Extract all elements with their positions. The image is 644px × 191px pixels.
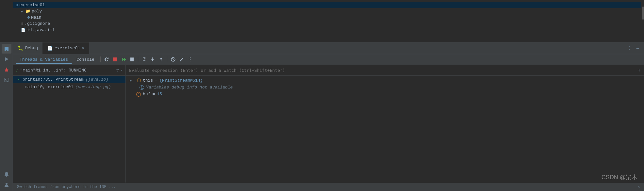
c-icon-main: ⊙ xyxy=(27,15,30,20)
variables-list: ▶ this = {PrintStream@514} i xyxy=(126,76,644,183)
arrow-poly: ▶ xyxy=(21,9,24,13)
var-item-info: i Variables debug info not available xyxy=(126,84,644,91)
thread-filter-icon[interactable]: ▽ xyxy=(116,68,119,73)
thread-header[interactable]: ✓ "main"@1 in...in": RUNNING ▽ ▾ xyxy=(13,65,125,76)
svg-rect-9 xyxy=(113,57,117,61)
var-val-buf: 15 xyxy=(157,92,162,97)
toolbar-tab-threads[interactable]: Threads & Variables xyxy=(16,56,72,64)
svg-marker-20 xyxy=(160,57,162,59)
svg-point-24 xyxy=(137,79,140,80)
add-watch-button[interactable]: + xyxy=(637,68,641,73)
svg-rect-13 xyxy=(132,57,134,61)
debug-tabbar: 🐛 Debug 📄 exercise01 × ⋮ — xyxy=(13,42,644,54)
bug-icon: 🐛 xyxy=(18,45,23,51)
debug-content: ✓ "main"@1 in...in": RUNNING ▽ ▾ ⊲ print… xyxy=(13,65,644,183)
svg-marker-18 xyxy=(151,59,154,61)
file-tree-scrollbar[interactable] xyxy=(642,7,644,20)
file-icon-tab: 📄 xyxy=(47,46,53,51)
tree-label-poly: poly xyxy=(32,9,42,14)
side-icon-terminal[interactable] xyxy=(2,75,11,85)
debug-area: 🐛 Debug 📄 exercise01 × ⋮ — Threads & Var… xyxy=(0,42,644,191)
file-tree-wrapper: ⊙ exercise01 ▶ 📁 poly ⊙ Main ⊘ .gitignor… xyxy=(13,0,644,42)
tree-item-exercise01[interactable]: ⊙ exercise01 xyxy=(13,2,641,8)
var-item-buf: p buf = 15 xyxy=(126,91,644,98)
status-text: Switch frames from anywhere in the IDE .… xyxy=(17,185,637,189)
var-item-this: ▶ this = {PrintStream@514} xyxy=(126,77,644,84)
tree-label-main: Main xyxy=(31,15,41,20)
more-options-button[interactable]: ⋮ xyxy=(186,56,194,63)
toolbar-separator-1 xyxy=(100,56,101,62)
toolbar-separator-2 xyxy=(138,56,138,62)
resume-button[interactable] xyxy=(120,56,127,63)
pause-button[interactable] xyxy=(128,56,136,63)
step-out-button[interactable] xyxy=(157,56,165,63)
tabbar-more-action[interactable]: ⋮ xyxy=(626,45,633,52)
file-tree-area: ⊙ exercise01 ▶ 📁 poly ⊙ Main ⊘ .gitignor… xyxy=(0,0,644,42)
c-icon-exercise01: ⊙ xyxy=(16,3,18,8)
step-over-button[interactable] xyxy=(140,56,148,63)
info-icon: i xyxy=(140,85,144,90)
var-expand-this[interactable]: ▶ xyxy=(130,78,134,83)
step-into-button[interactable] xyxy=(149,56,157,63)
status-close-button[interactable]: × xyxy=(637,184,640,189)
status-bar: Switch frames from anywhere in the IDE .… xyxy=(13,183,644,191)
tab-exercise01[interactable]: 📄 exercise01 × xyxy=(43,42,89,54)
tree-item-iml[interactable]: 📄 id.java.iml xyxy=(13,27,641,33)
svg-marker-0 xyxy=(5,57,8,61)
toolbar-tab-console[interactable]: Console xyxy=(73,56,98,63)
tab-exercise01-close[interactable]: × xyxy=(82,46,84,50)
frames-panel: ✓ "main"@1 in...in": RUNNING ▽ ▾ ⊲ print… xyxy=(13,65,126,183)
no-entry-icon-gitignore: ⊘ xyxy=(21,21,23,26)
thread-check-icon: ✓ xyxy=(16,68,18,73)
variables-panel: + ▶ this = {PrintStream@51 xyxy=(126,65,644,183)
var-msg-info: Variables debug info not available xyxy=(146,85,233,90)
side-icon-user[interactable] xyxy=(2,180,11,190)
side-icon-bookmark[interactable] xyxy=(2,44,11,54)
svg-point-1 xyxy=(6,68,7,69)
stop-button[interactable] xyxy=(111,56,119,63)
frame-package-1: (com.xiong.pg) xyxy=(75,85,111,89)
var-eq-this: = xyxy=(155,78,157,83)
side-icon-bell[interactable] xyxy=(2,169,11,179)
debug-toolbar: Threads & Variables Console xyxy=(13,54,644,65)
tree-item-gitignore[interactable]: ⊘ .gitignore xyxy=(13,21,641,27)
side-icon-bar xyxy=(0,42,13,191)
folder-icon-poly: 📁 xyxy=(25,9,30,14)
frame-item-0[interactable]: ⊲ println:735, PrintStream (java.io) xyxy=(13,76,125,83)
var-key-buf: buf xyxy=(143,92,150,97)
side-icon-debug[interactable] xyxy=(2,65,11,74)
more-icon: ⋮ xyxy=(188,56,192,63)
thread-dropdown-icon[interactable]: ▾ xyxy=(121,68,123,72)
tree-item-main[interactable]: ⊙ Main xyxy=(13,14,641,21)
tab-debug[interactable]: 🐛 Debug xyxy=(13,42,43,54)
rerun-button[interactable] xyxy=(103,56,110,63)
svg-rect-12 xyxy=(130,57,132,61)
svg-marker-11 xyxy=(124,57,126,61)
frame-package-0: (java.io) xyxy=(86,77,108,82)
buf-icon: p xyxy=(136,92,141,97)
svg-point-8 xyxy=(6,183,8,185)
frame-text-0: println:735, PrintStream xyxy=(23,77,84,82)
file-icon-iml: 📄 xyxy=(21,28,25,32)
var-eq-buf: = xyxy=(152,92,155,97)
side-icon-run[interactable] xyxy=(2,54,11,64)
eval-bar: + xyxy=(126,65,644,76)
tree-item-poly[interactable]: ▶ 📁 poly xyxy=(13,8,641,14)
edit-button[interactable] xyxy=(178,56,186,63)
thread-name-label: "main"@1 in...in": RUNNING xyxy=(20,68,114,73)
var-key-this: this xyxy=(143,78,153,83)
frame-item-1[interactable]: main:10, exercise01 (com.xiong.pg) xyxy=(13,83,125,91)
tabbar-actions: ⋮ — xyxy=(626,45,644,52)
tab-debug-label: Debug xyxy=(25,46,38,51)
db-icon-this xyxy=(136,78,141,83)
var-val-this: {PrintStream@514} xyxy=(159,78,203,83)
svg-marker-10 xyxy=(122,57,124,61)
tab-exercise01-label: exercise01 xyxy=(55,46,80,51)
svg-line-22 xyxy=(172,58,175,61)
tabbar-minimize-action[interactable]: — xyxy=(634,45,641,52)
frame-text-1: main:10, exercise01 xyxy=(25,85,73,89)
mute-breakpoints-button[interactable] xyxy=(169,56,177,63)
eval-input[interactable] xyxy=(129,68,636,73)
tree-label-exercise01: exercise01 xyxy=(19,3,45,8)
tree-label-iml: id.java.iml xyxy=(27,27,55,32)
